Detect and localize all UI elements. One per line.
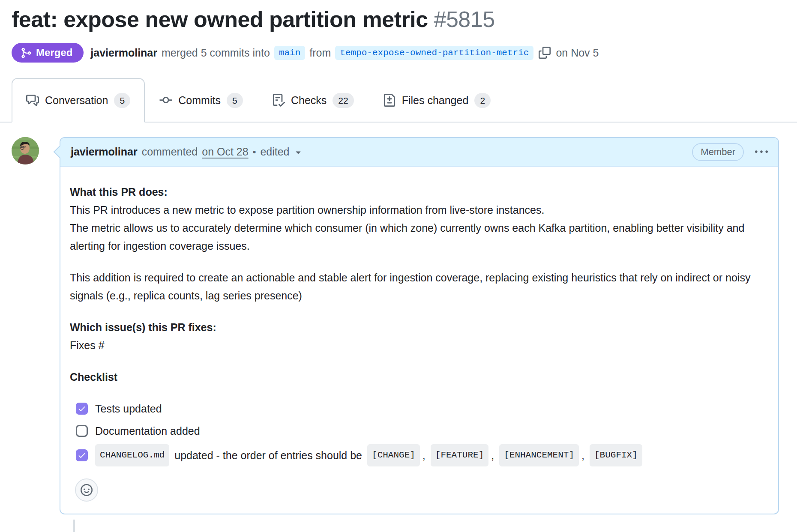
avatar-image xyxy=(12,137,39,164)
tab-label: Files changed xyxy=(402,94,469,107)
git-commit-icon xyxy=(159,94,172,107)
tab-counter: 5 xyxy=(227,93,243,108)
comment-box: javiermolinar commented on Oct 28 • edit… xyxy=(60,137,779,514)
task-label: Tests updated xyxy=(95,400,162,418)
comma: , xyxy=(491,446,494,464)
head-branch-label[interactable]: tempo-expose-owned-partition-metric xyxy=(335,46,533,60)
body-text: This addition is required to create an a… xyxy=(70,269,769,305)
comment-discussion-icon xyxy=(26,94,39,107)
tab-checks[interactable]: Checks 22 xyxy=(258,78,369,123)
pr-title-text: feat: expose new owned partition metric xyxy=(12,7,428,32)
member-badge: Member xyxy=(692,143,744,161)
page-title: feat: expose new owned partition metric … xyxy=(0,4,797,33)
task-label: CHANGELOG.md updated - the order of entr… xyxy=(95,444,642,466)
task-item: Documentation added xyxy=(76,422,769,440)
comment-header-meta: javiermolinar commented on Oct 28 • edit… xyxy=(71,146,303,158)
pr-number: #5815 xyxy=(434,7,495,32)
copy-branch-button[interactable] xyxy=(539,47,551,59)
paragraph-addition-required: This addition is required to create an a… xyxy=(70,269,769,305)
base-branch-label[interactable]: main xyxy=(274,46,305,60)
task-label: Documentation added xyxy=(95,422,200,440)
comment-author-link[interactable]: javiermolinar xyxy=(71,146,138,158)
code-span: [BUGFIX] xyxy=(590,444,642,466)
merge-summary: javiermolinar merged 5 commits into main… xyxy=(90,46,599,60)
merge-date: on Nov 5 xyxy=(556,47,599,59)
git-merge-icon xyxy=(20,47,32,59)
comment-header: javiermolinar commented on Oct 28 • edit… xyxy=(60,138,778,167)
paragraph-which-issues: Which issue(s) this PR fixes: Fixes # xyxy=(70,318,769,354)
from-text: from xyxy=(309,47,331,59)
tab-commits[interactable]: Commits 5 xyxy=(145,78,258,123)
check-icon xyxy=(78,404,86,413)
pr-tab-bar: Conversation 5 Commits 5 Checks 22 Files… xyxy=(0,78,797,123)
file-diff-icon xyxy=(383,94,396,107)
smiley-icon xyxy=(81,484,93,496)
section-heading: What this PR does: xyxy=(70,183,769,201)
tab-label: Commits xyxy=(178,94,221,107)
pull-request-page: feat: expose new owned partition metric … xyxy=(0,0,797,532)
merged-status-badge: Merged xyxy=(12,43,84,63)
paragraph-what-this-pr-does: What this PR does: This PR introduces a … xyxy=(70,183,769,255)
pr-timeline: javiermolinar commented on Oct 28 • edit… xyxy=(0,137,797,532)
checkbox-checked[interactable] xyxy=(76,449,88,461)
task-text: updated - the order of entries should be xyxy=(174,446,362,464)
comment-date-link[interactable]: on Oct 28 xyxy=(202,146,248,158)
tab-files-changed[interactable]: Files changed 2 xyxy=(369,78,506,123)
tab-counter: 22 xyxy=(333,93,354,108)
checkbox-checked[interactable] xyxy=(76,403,88,415)
task-list: Tests updated Documentation added CHANGE… xyxy=(70,400,769,466)
comma: , xyxy=(581,446,584,464)
body-text: This PR introduces a new metric to expos… xyxy=(70,201,769,219)
checkbox-unchecked[interactable] xyxy=(76,425,88,437)
task-item: Tests updated xyxy=(76,400,769,418)
section-heading: Checklist xyxy=(70,368,769,386)
tab-label: Conversation xyxy=(45,94,108,107)
edited-label[interactable]: edited xyxy=(260,146,289,158)
checklist-icon xyxy=(272,94,285,107)
comment-action-text: commented xyxy=(142,146,198,158)
kebab-menu-button[interactable] xyxy=(755,146,768,158)
dot-separator: • xyxy=(253,146,256,158)
tab-counter: 2 xyxy=(474,93,491,108)
merged-status-label: Merged xyxy=(36,47,72,59)
code-span: [FEATURE] xyxy=(431,444,488,466)
comment-body: What this PR does: This PR introduces a … xyxy=(60,167,778,514)
task-item: CHANGELOG.md updated - the order of entr… xyxy=(76,444,769,466)
comma: , xyxy=(422,446,425,464)
comment-header-actions: Member xyxy=(692,143,768,161)
avatar[interactable] xyxy=(12,137,39,164)
code-span: CHANGELOG.md xyxy=(95,444,169,466)
add-reaction-button[interactable] xyxy=(75,478,98,502)
tab-label: Checks xyxy=(291,94,327,107)
section-heading: Which issue(s) this PR fixes: xyxy=(70,318,769,336)
paragraph-checklist-heading: Checklist xyxy=(70,368,769,386)
chevron-down-icon[interactable] xyxy=(293,147,303,157)
merge-summary-text: merged 5 commits into xyxy=(162,47,270,59)
code-span: [ENHANCEMENT] xyxy=(499,444,579,466)
check-icon xyxy=(78,451,86,460)
kebab-horizontal-icon xyxy=(755,146,768,158)
timeline-line xyxy=(73,520,75,532)
body-text: The metric allows us to accurately deter… xyxy=(70,219,769,255)
tab-conversation[interactable]: Conversation 5 xyxy=(12,78,145,123)
pr-meta-row: Merged javiermolinar merged 5 commits in… xyxy=(12,43,779,63)
code-span: [CHANGE] xyxy=(367,444,420,466)
body-text: Fixes # xyxy=(70,336,769,354)
author-link[interactable]: javiermolinar xyxy=(90,47,157,59)
tab-counter: 5 xyxy=(114,93,130,108)
copy-icon xyxy=(539,47,551,59)
